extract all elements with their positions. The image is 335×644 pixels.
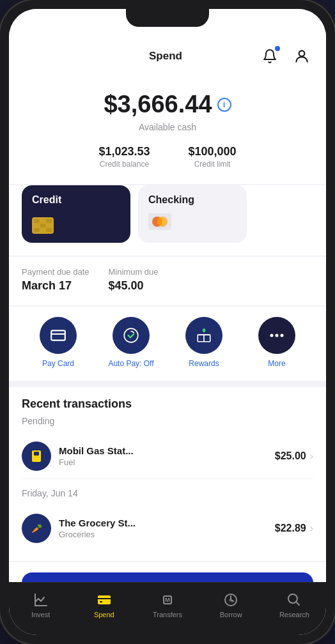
chip-cell: [34, 228, 40, 232]
pay-card-icon-circle: [40, 317, 77, 354]
svg-rect-4: [51, 330, 65, 340]
mobil-name: Mobil Gas Stat...: [59, 445, 275, 456]
balance-section: $3,666.44 i Available cash $1,023.53 Cre…: [9, 78, 326, 184]
svg-point-7: [276, 334, 279, 337]
svg-rect-13: [98, 595, 111, 604]
research-icon: [286, 592, 302, 608]
credit-stats: $1,023.53 Credit balance $100,000 Credit…: [22, 145, 313, 169]
transfers-icon: M: [159, 592, 176, 608]
more-label: More: [268, 359, 285, 368]
mobil-icon: [22, 441, 51, 471]
transfers-label: Transfers: [153, 611, 182, 618]
bottom-nav: Invest Spend M: [9, 582, 326, 635]
credit-card-label: Credit: [32, 194, 120, 206]
checking-card-icon: [148, 213, 237, 234]
borrow-icon: %: [222, 592, 239, 608]
spend-icon: [96, 592, 113, 608]
profile-button[interactable]: [290, 45, 313, 68]
pay-card-button[interactable]: Pay Card: [22, 317, 95, 368]
mobil-amount-row: $25.00 ›: [275, 450, 313, 462]
auto-pay-label: Auto Pay: Off: [108, 359, 153, 368]
svg-rect-14: [100, 601, 102, 602]
grocery-info: The Grocery St... Groceries: [59, 518, 275, 539]
mobil-chevron: ›: [310, 450, 313, 462]
chip-cell: [40, 228, 46, 232]
phone-frame: Spend: [0, 0, 335, 644]
more-button[interactable]: More: [240, 317, 313, 368]
notch: [126, 9, 209, 27]
chip-cell: [46, 219, 52, 223]
balance-label: Available cash: [22, 122, 313, 132]
chip-cell: [46, 228, 52, 232]
screen-content: Spend: [9, 37, 326, 582]
invest-icon: [33, 592, 49, 608]
payment-minimum-due: Minimum due $45.00: [109, 267, 159, 293]
balance-value: $3,666.44: [104, 91, 212, 118]
chip-cell: [34, 219, 40, 223]
grocery-name: The Grocery St...: [59, 518, 275, 528]
header: Spend: [9, 37, 326, 78]
rewards-label: Rewards: [189, 359, 219, 368]
research-label: Research: [279, 611, 309, 618]
spend-label: Spend: [94, 611, 114, 618]
checking-card-tab[interactable]: Checking: [138, 185, 247, 243]
credit-limit-stat: $100,000 Credit limit: [189, 145, 237, 169]
chip-cell: [40, 224, 46, 227]
pending-group-label: Pending: [22, 416, 313, 426]
auto-pay-button[interactable]: Auto Pay: Off: [95, 317, 168, 368]
actions-row: Pay Card Auto Pay: Off: [22, 317, 313, 368]
chip-icon: [32, 217, 54, 234]
grocery-amount-row: $22.89 ›: [275, 523, 313, 534]
phone-screen: Spend: [9, 9, 326, 635]
chip-cell: [40, 219, 46, 223]
rewards-button[interactable]: Rewards: [168, 317, 240, 368]
header-icons: [258, 45, 313, 68]
page-title: Spend: [73, 50, 258, 63]
transaction-grocery[interactable]: 🥕 The Grocery St... Groceries $22.89 ›: [22, 506, 313, 551]
notifications-button[interactable]: [258, 45, 281, 68]
nav-research[interactable]: Research: [263, 588, 326, 622]
credit-balance-stat: $1,023.53 Credit balance: [98, 145, 150, 169]
card-tabs-section: Credit: [9, 185, 326, 256]
credit-card-tab[interactable]: Credit: [22, 185, 130, 243]
card-tabs: Credit: [22, 185, 313, 243]
balance-amount-row: $3,666.44 i: [22, 91, 313, 118]
minimum-due-label: Minimum due: [109, 267, 159, 277]
credit-balance-value: $1,023.53: [98, 145, 150, 158]
grocery-category: Groceries: [59, 530, 275, 539]
actions-section: Pay Card Auto Pay: Off: [9, 307, 326, 381]
nav-transfers[interactable]: M Transfers: [136, 588, 199, 622]
notification-dot: [275, 46, 280, 51]
nav-spend[interactable]: Spend: [72, 588, 136, 622]
borrow-label: Borrow: [220, 611, 242, 618]
svg-point-8: [281, 334, 284, 337]
mobil-amount: $25.00: [275, 450, 306, 462]
chip-cell: [34, 224, 40, 227]
invest-label: Invest: [31, 611, 50, 618]
chip-cell: [46, 224, 52, 227]
grocery-icon: 🥕: [22, 514, 51, 543]
move-money-section: Move Money: [9, 562, 326, 582]
mobil-category: Fuel: [59, 457, 275, 467]
svg-point-19: [288, 594, 297, 603]
payment-due-value: March 17: [22, 279, 90, 293]
move-money-button[interactable]: Move Money: [22, 572, 313, 582]
auto-pay-icon-circle: [113, 317, 150, 354]
svg-point-6: [270, 334, 274, 337]
credit-limit-value: $100,000: [189, 145, 237, 158]
pay-card-label: Pay Card: [42, 359, 74, 368]
svg-point-3: [157, 217, 168, 227]
nav-borrow[interactable]: % Borrow: [199, 588, 263, 622]
payment-info: Payment due date March 17 Minimum due $4…: [9, 257, 326, 305]
info-icon[interactable]: i: [217, 98, 231, 112]
nav-invest[interactable]: Invest: [9, 588, 72, 622]
credit-limit-label: Credit limit: [189, 160, 237, 169]
svg-text:M: M: [165, 597, 170, 603]
rewards-icon-circle: [185, 317, 222, 354]
friday-group-label: Friday, Jun 14: [22, 488, 313, 498]
svg-rect-10: [34, 452, 39, 456]
transactions-section: Recent transactions Pending Mobil Gas St…: [9, 387, 326, 561]
grocery-chevron: ›: [310, 523, 313, 534]
more-icon-circle: [258, 317, 295, 354]
transaction-mobil[interactable]: Mobil Gas Stat... Fuel $25.00 ›: [22, 434, 313, 479]
